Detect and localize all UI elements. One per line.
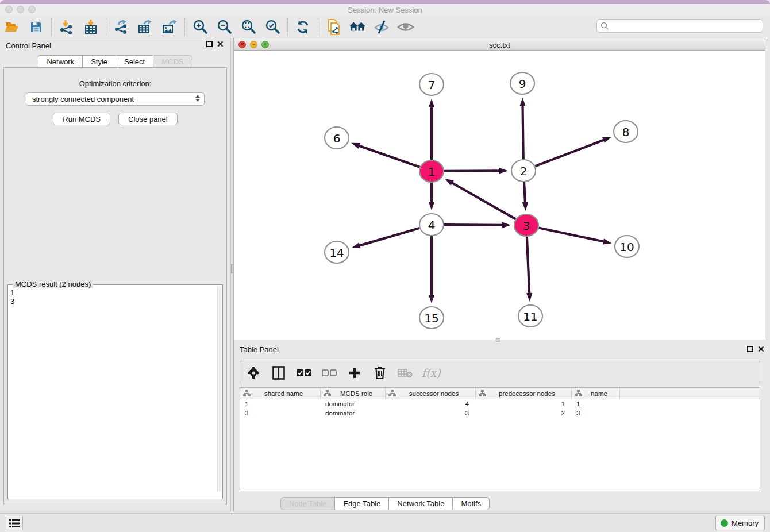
column-header-mcds-role[interactable]: MCDS role	[321, 388, 386, 399]
search-input[interactable]	[609, 20, 763, 32]
edge-arrowhead	[429, 99, 435, 107]
export-table-icon[interactable]	[137, 18, 154, 36]
control-panel-close-icon[interactable]: ✕	[217, 41, 224, 47]
sort-hierarchy-icon	[388, 388, 396, 399]
graph-edge-3-10[interactable]	[538, 228, 605, 242]
graph-edge-4-3[interactable]	[444, 225, 503, 225]
table-body: 1dominator4113dominator323	[240, 399, 760, 418]
column-header-label: MCDS role	[331, 390, 385, 397]
graph-edge-2-9[interactable]	[523, 105, 523, 159]
graph-edge-2-3[interactable]	[524, 182, 525, 203]
show-eye-icon[interactable]	[397, 18, 414, 36]
result-scrollbar[interactable]	[217, 286, 221, 491]
criterion-select[interactable]: strongly connected component	[26, 92, 205, 106]
function-builder-icon[interactable]: f(x)	[422, 367, 441, 379]
graph-edge-2-8[interactable]	[535, 140, 605, 166]
table-cell: 3	[572, 408, 620, 418]
list-icon	[9, 519, 20, 527]
toolbar-separator	[318, 18, 318, 36]
export-network-icon[interactable]	[113, 18, 130, 36]
select-all-rows-icon[interactable]	[295, 364, 313, 381]
graph-edge-4-14[interactable]	[359, 228, 419, 246]
zoom-in-icon[interactable]	[191, 18, 209, 36]
network-canvas[interactable]: 7968124314101511	[234, 51, 765, 340]
delete-row-icon[interactable]	[371, 364, 388, 381]
column-header-shared-name[interactable]: shared name	[240, 388, 321, 399]
control-panel-float-icon[interactable]	[206, 41, 213, 47]
tab-motifs[interactable]: Motifs	[452, 497, 490, 510]
table-panel-close-icon[interactable]: ✕	[757, 346, 765, 352]
table-cell: 2	[476, 408, 572, 418]
toolbar-separator	[106, 18, 106, 36]
save-session-icon[interactable]	[28, 18, 45, 36]
tab-node-table[interactable]: Node Table	[280, 497, 335, 510]
optimization-criterion-label: Optimization criterion:	[4, 79, 226, 88]
tab-style[interactable]: Style	[82, 55, 116, 68]
status-bar: Memory	[0, 513, 770, 532]
search-field[interactable]	[596, 19, 763, 33]
tab-network-table[interactable]: Network Table	[388, 497, 452, 510]
add-row-icon[interactable]	[346, 364, 363, 381]
edge-arrowhead	[502, 222, 511, 228]
splitter-handle[interactable]	[231, 264, 233, 273]
task-history-button[interactable]	[6, 516, 23, 530]
column-header-label: predecessor nodes	[486, 390, 571, 397]
memory-status-icon	[721, 519, 728, 527]
graph-node-label: 9	[519, 77, 526, 91]
graph-edge-1-6[interactable]	[358, 145, 419, 167]
tab-edge-table[interactable]: Edge Table	[334, 497, 388, 510]
tab-mcds[interactable]: MCDS	[153, 55, 192, 68]
node-table[interactable]: shared nameMCDS rolesuccessor nodesprede…	[240, 387, 760, 491]
edge-arrowhead	[602, 137, 611, 143]
graph-edge-3-1[interactable]	[451, 183, 515, 219]
window-title: Session: New Session	[0, 6, 770, 14]
main-toolbar	[0, 17, 770, 37]
import-network-icon[interactable]	[58, 18, 75, 36]
zoom-out-icon[interactable]	[215, 18, 233, 36]
toolbar-separator	[184, 18, 185, 36]
search-icon	[600, 22, 609, 30]
tab-select[interactable]: Select	[116, 55, 153, 68]
graph-node-label: 3	[523, 219, 530, 233]
network-window-titlebar[interactable]: ✕ − + scc.txt	[234, 38, 765, 51]
refresh-icon[interactable]	[294, 18, 311, 36]
close-panel-button[interactable]: Close panel	[118, 113, 178, 125]
memory-button[interactable]: Memory	[715, 516, 765, 530]
hide-eye-icon[interactable]	[373, 18, 390, 36]
column-visibility-icon[interactable]	[270, 364, 287, 381]
network-window-title: scc.txt	[234, 41, 765, 49]
application-window: Session: New Session	[0, 0, 770, 532]
column-header-predecessor-nodes[interactable]: predecessor nodes	[476, 388, 572, 399]
edge-arrowhead	[499, 168, 508, 174]
import-table-icon[interactable]	[82, 18, 99, 36]
delete-table-icon[interactable]	[396, 364, 414, 381]
houses-icon[interactable]	[349, 18, 366, 36]
clone-network-icon[interactable]	[325, 18, 342, 36]
mcds-result-group: MCDS result (2 nodes) 1 3	[7, 284, 223, 499]
table-panel-header: Table Panel ✕	[234, 343, 770, 357]
window-titlebar: Session: New Session	[0, 4, 770, 17]
column-header-successor-nodes[interactable]: successor nodes	[386, 388, 476, 399]
graph-edge-3-11[interactable]	[527, 237, 529, 294]
table-settings-icon[interactable]	[245, 364, 262, 381]
table-row[interactable]: 3dominator323	[240, 408, 760, 418]
network-resize-handle[interactable]	[496, 338, 500, 342]
control-panel-tabs: NetworkStyleSelectMCDS	[0, 55, 230, 68]
run-mcds-button[interactable]: Run MCDS	[53, 113, 110, 125]
table-row[interactable]: 1dominator411	[240, 399, 760, 408]
edge-arrowhead	[352, 242, 361, 248]
column-header-name[interactable]: name	[572, 388, 620, 399]
open-session-icon[interactable]	[3, 18, 21, 36]
graph-node-label: 6	[333, 132, 341, 145]
unselect-all-rows-icon[interactable]	[321, 364, 338, 381]
tab-network[interactable]: Network	[38, 55, 82, 68]
zoom-fit-icon[interactable]	[240, 18, 257, 36]
table-panel-float-icon[interactable]	[747, 346, 753, 352]
mcds-result-text: 1 3	[10, 288, 215, 496]
zoom-selected-icon[interactable]	[264, 18, 281, 36]
sort-hierarchy-icon	[324, 388, 331, 399]
sort-hierarchy-icon	[479, 388, 486, 399]
export-image-icon[interactable]	[161, 18, 178, 36]
graph-edge-1-2[interactable]	[444, 171, 500, 171]
table-cell: 1	[240, 399, 321, 408]
